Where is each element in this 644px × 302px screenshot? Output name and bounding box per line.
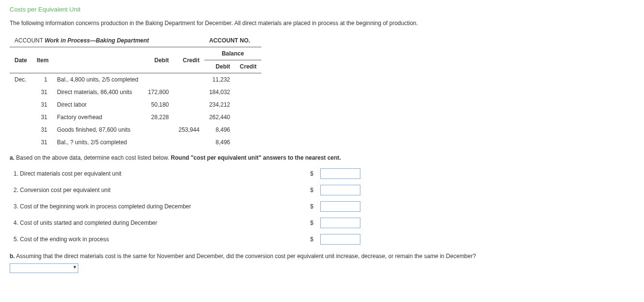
account-label: ACCOUNT <box>14 37 43 44</box>
table-row: 31Goods finished, 87,600 units253,9448,4… <box>10 124 261 136</box>
currency-symbol: $ <box>307 182 316 198</box>
col-bal-debit: Debit <box>204 60 235 73</box>
cell-day: 31 <box>32 136 52 149</box>
cell-item: Factory overhead <box>52 111 143 124</box>
cell-credit <box>174 86 204 98</box>
cell-debit <box>143 136 173 149</box>
answer-row: 3. Cost of the beginning work in process… <box>11 199 363 214</box>
answer-input[interactable] <box>320 168 360 179</box>
cell-item: Direct labor <box>52 98 143 111</box>
answer-label: 5. Cost of the ending work in process <box>11 232 306 247</box>
cell-bal-credit <box>235 98 261 111</box>
answer-input[interactable] <box>320 185 360 195</box>
cell-item: Direct materials, 86,400 units <box>52 86 143 98</box>
answer-row: 1. Direct materials cost per equivalent … <box>11 166 363 181</box>
answer-row: 4. Cost of units started and completed d… <box>11 215 363 231</box>
cell-debit <box>143 73 173 86</box>
table-row: Dec.1Bal., 4,800 units, 2/5 completed11,… <box>10 73 261 86</box>
col-date: Date <box>10 47 32 73</box>
cell-day: 31 <box>32 111 52 124</box>
answer-input[interactable] <box>320 218 360 228</box>
cell-date <box>10 86 32 98</box>
col-item: Item <box>32 47 143 73</box>
cell-bal-debit: 11,232 <box>204 73 235 86</box>
cell-debit <box>143 124 173 136</box>
cell-bal-debit: 234,212 <box>204 98 235 111</box>
cell-day: 31 <box>32 124 52 136</box>
cell-bal-credit <box>235 86 261 98</box>
answer-label: 1. Direct materials cost per equivalent … <box>11 166 306 181</box>
cell-credit <box>174 136 204 149</box>
answer-label: 4. Cost of units started and completed d… <box>11 215 306 231</box>
account-name: Work in Process—Baking Department <box>44 37 149 44</box>
col-balance: Balance <box>204 47 261 60</box>
part-a-text: Based on the above data, determine each … <box>16 154 171 161</box>
table-row: 31Direct materials, 86,400 units172,8001… <box>10 86 261 98</box>
intro-text: The following information concerns produ… <box>10 20 634 27</box>
cell-bal-debit: 262,440 <box>204 111 235 124</box>
page-title: Costs per Equivalent Unit <box>10 6 634 13</box>
cell-bal-credit <box>235 136 261 149</box>
cell-day: 1 <box>32 73 52 86</box>
currency-symbol: $ <box>307 166 316 181</box>
part-b-dropdown[interactable] <box>10 263 78 273</box>
col-bal-credit: Credit <box>235 60 261 73</box>
cell-credit <box>174 73 204 86</box>
cell-debit: 172,800 <box>143 86 173 98</box>
part-b-question: b. Assuming that the direct materials co… <box>10 253 634 260</box>
col-debit: Debit <box>143 47 173 73</box>
cell-credit: 253,944 <box>174 124 204 136</box>
cell-day: 31 <box>32 98 52 111</box>
cell-date <box>10 124 32 136</box>
answer-table: 1. Direct materials cost per equivalent … <box>10 165 364 248</box>
cell-credit <box>174 98 204 111</box>
cell-debit: 28,228 <box>143 111 173 124</box>
cell-date <box>10 111 32 124</box>
cell-bal-debit: 8,496 <box>204 136 235 149</box>
cell-bal-credit <box>235 73 261 86</box>
currency-symbol: $ <box>307 199 316 214</box>
part-b-text: Assuming that the direct materials cost … <box>16 253 476 260</box>
table-row: 31Bal., ? units, 2/5 completed8,496 <box>10 136 261 149</box>
cell-debit: 50,180 <box>143 98 173 111</box>
cell-item: Bal., 4,800 units, 2/5 completed <box>52 73 143 86</box>
answer-label: 2. Conversion cost per equivalent unit <box>11 182 306 198</box>
answer-row: 5. Cost of the ending work in process$ <box>11 232 363 247</box>
cell-date <box>10 136 32 149</box>
answer-input[interactable] <box>320 234 360 245</box>
answer-row: 2. Conversion cost per equivalent unit$ <box>11 182 363 198</box>
cell-credit <box>174 111 204 124</box>
table-row: 31Direct labor50,180234,212 <box>10 98 261 111</box>
part-a-prefix: a. <box>10 154 14 161</box>
part-a-bold: Round "cost per equivalent unit" answers… <box>171 154 341 161</box>
col-credit: Credit <box>174 47 204 73</box>
cell-bal-credit <box>235 111 261 124</box>
ledger-table: ACCOUNT Work in Process—Baking Departmen… <box>10 34 261 149</box>
table-row: 31Factory overhead28,228262,440 <box>10 111 261 124</box>
cell-bal-debit: 184,032 <box>204 86 235 98</box>
cell-bal-debit: 8,496 <box>204 124 235 136</box>
currency-symbol: $ <box>307 232 316 247</box>
cell-day: 31 <box>32 86 52 98</box>
answer-input[interactable] <box>320 201 360 212</box>
answer-label: 3. Cost of the beginning work in process… <box>11 199 306 214</box>
account-no-label: ACCOUNT NO. <box>209 37 250 44</box>
cell-date: Dec. <box>10 73 32 86</box>
cell-date <box>10 98 32 111</box>
part-b-prefix: b. <box>10 253 15 260</box>
currency-symbol: $ <box>307 215 316 231</box>
cell-item: Bal., ? units, 2/5 completed <box>52 136 143 149</box>
part-a-question: a. Based on the above data, determine ea… <box>10 154 634 161</box>
cell-bal-credit <box>235 124 261 136</box>
cell-item: Goods finished, 87,600 units <box>52 124 143 136</box>
